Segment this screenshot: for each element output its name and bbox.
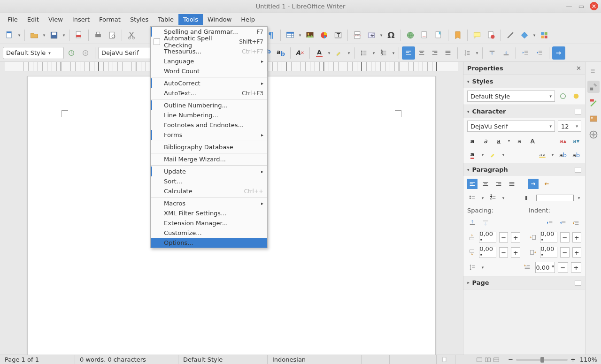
insert-field-button[interactable]: # <box>365 29 378 42</box>
new-doc-button[interactable] <box>3 29 16 42</box>
zoom-slider[interactable]: −+ 110% <box>504 356 601 363</box>
section-character-header[interactable]: ▾Character <box>463 105 585 118</box>
font-color-icon[interactable]: a <box>467 150 478 160</box>
tools-menu-item-16[interactable]: Mail Merge Wizard... <box>151 154 267 164</box>
spacing-above-minus[interactable]: − <box>499 232 508 243</box>
insert-textbox-button[interactable]: T <box>331 29 345 42</box>
indent-after-input[interactable]: 0,00 " <box>540 247 557 258</box>
spacing-below-plus[interactable]: + <box>511 247 520 258</box>
tools-menu-item-11[interactable]: Footnotes and Endnotes... <box>151 120 267 130</box>
line-spacing-dropdown[interactable]: ▾ <box>475 51 479 55</box>
status-words[interactable]: 0 words, 0 characters <box>75 355 178 364</box>
highlight-icon[interactable] <box>488 150 498 160</box>
section-page-header[interactable]: ▾Page <box>463 276 585 289</box>
dec-indent-icon[interactable] <box>558 218 568 228</box>
new-doc-dropdown[interactable]: ▾ <box>17 33 22 38</box>
minimize-button[interactable]: — <box>565 2 573 10</box>
save-button[interactable] <box>47 29 61 42</box>
para-align-right[interactable] <box>493 179 504 189</box>
menu-insert[interactable]: Insert <box>68 14 94 25</box>
highlight-button[interactable] <box>332 46 346 60</box>
status-view-buttons[interactable] <box>471 355 504 364</box>
para-align-left[interactable] <box>467 179 478 189</box>
tab-properties-icon[interactable] <box>587 81 600 93</box>
menu-table[interactable]: Table <box>153 14 178 25</box>
menu-help[interactable]: Help <box>236 14 260 25</box>
comment-button[interactable] <box>470 29 484 42</box>
tools-menu-item-24[interactable]: Extension Manager... <box>151 218 267 228</box>
indent-before-plus[interactable]: + <box>572 232 581 243</box>
ltr-button[interactable] <box>528 179 539 189</box>
increase-spacing-button[interactable] <box>485 46 499 60</box>
shrink-font-button[interactable]: a▾ <box>571 136 581 146</box>
increase-indent-button[interactable] <box>519 46 532 60</box>
tools-menu-item-23[interactable]: XML Filter Settings... <box>151 208 267 218</box>
align-right-button[interactable] <box>428 46 441 60</box>
section-styles-header[interactable]: ▾Styles <box>463 75 585 88</box>
number-list-button[interactable]: 123 <box>377 46 390 60</box>
insert-chart-button[interactable] <box>317 29 331 42</box>
bullets-icon[interactable] <box>467 193 478 203</box>
new-style-icon[interactable] <box>571 91 581 101</box>
styles-combo[interactable]: Default Style▾ <box>467 91 555 102</box>
tools-menu-item-3[interactable]: Language▸ <box>151 56 267 66</box>
align-justify-button[interactable] <box>441 46 455 60</box>
indent-before-minus[interactable]: − <box>560 232 569 243</box>
tools-menu-item-6[interactable]: AutoCorrect▸ <box>151 78 267 88</box>
more-icon[interactable] <box>575 167 581 173</box>
italic-button[interactable]: a <box>480 136 491 146</box>
tools-menu-item-10[interactable]: Line Numbering... <box>151 110 267 120</box>
tools-menu-item-12[interactable]: Forms▸ <box>151 130 267 140</box>
font-color-dropdown[interactable]: ▾ <box>327 51 331 55</box>
export-pdf-button[interactable] <box>72 29 85 42</box>
inc-indent-icon[interactable] <box>545 218 555 228</box>
bookmark-button[interactable] <box>432 29 445 42</box>
line-spacing-button[interactable] <box>461 46 474 60</box>
sidebar-settings-icon[interactable] <box>587 65 600 77</box>
spacing-below-input[interactable]: 0,00 " <box>479 247 496 258</box>
hyperlink-button[interactable] <box>404 29 417 42</box>
insert-table-dropdown[interactable]: ▾ <box>298 33 302 38</box>
indent-first-plus[interactable]: + <box>571 262 581 273</box>
sub-button[interactable]: ab <box>571 150 581 160</box>
more-icon[interactable] <box>575 109 581 114</box>
tools-menu-item-18[interactable]: Update▸ <box>151 167 267 176</box>
tab-gallery-icon[interactable] <box>587 113 600 125</box>
insert-table-button[interactable] <box>284 29 297 42</box>
dec-above-icon[interactable] <box>480 218 491 228</box>
insert-field-dropdown[interactable]: ▾ <box>379 33 384 38</box>
ltr-button[interactable] <box>552 46 565 60</box>
align-left-button[interactable] <box>402 46 415 60</box>
decrease-indent-button[interactable] <box>533 46 546 60</box>
subscript-button[interactable]: ab <box>274 46 287 60</box>
tools-menu-item-14[interactable]: Bibliography Database <box>151 142 267 152</box>
strike-button[interactable]: a <box>514 136 524 146</box>
page-break-button[interactable] <box>351 29 364 42</box>
rtl-button[interactable] <box>541 179 552 189</box>
inc-above-icon[interactable] <box>467 218 478 228</box>
indent-after-plus[interactable]: + <box>572 247 581 258</box>
menu-format[interactable]: Format <box>94 14 125 25</box>
menu-edit[interactable]: Edit <box>23 14 44 25</box>
shapes-dropdown[interactable]: ▾ <box>532 33 537 38</box>
highlight-dropdown[interactable]: ▾ <box>347 51 351 55</box>
record-changes-button[interactable] <box>451 29 464 42</box>
close-button[interactable]: ✕ <box>590 2 598 10</box>
spacing-above-input[interactable]: 0,00 " <box>479 232 496 243</box>
tools-menu-item-1[interactable]: Automatic Spell CheckingShift+F7 <box>151 37 267 46</box>
more-icon[interactable] <box>575 280 581 286</box>
cut-button[interactable] <box>125 29 138 42</box>
open-button[interactable] <box>28 29 41 42</box>
hanging-indent-icon[interactable] <box>571 218 581 228</box>
paragraph-style-combo[interactable]: Default Style▾ <box>3 47 64 59</box>
sidebar-close-icon[interactable]: ✕ <box>576 65 581 72</box>
font-combo[interactable]: DejaVu Serif▾ <box>467 121 555 132</box>
shapes-button[interactable] <box>518 29 531 42</box>
print-preview-button[interactable] <box>106 29 119 42</box>
font-size-combo[interactable]: 12▾ <box>558 121 581 132</box>
update-style-button[interactable] <box>65 46 78 60</box>
grow-font-button[interactable]: a▴ <box>558 136 568 146</box>
insert-image-button[interactable] <box>303 29 316 42</box>
tools-menu-item-25[interactable]: Customize... <box>151 228 267 238</box>
save-dropdown[interactable]: ▾ <box>62 33 66 38</box>
